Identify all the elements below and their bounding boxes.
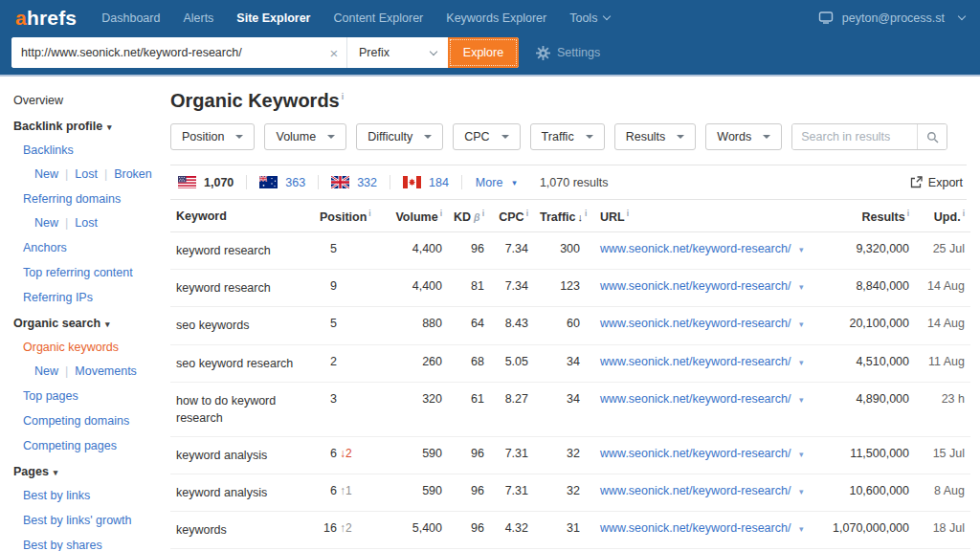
col-header-cpc[interactable]: CPCi	[490, 200, 534, 232]
table-header-row: Keyword Positioni Volumei KDβi CPCi Traf…	[170, 200, 970, 232]
filter-button[interactable]: Position	[170, 123, 255, 150]
search-in-results-input[interactable]	[792, 124, 917, 149]
kd-cell: 64	[448, 307, 490, 344]
url-link[interactable]: www.seonick.net/keyword-research/ ▾	[600, 521, 803, 535]
kd-cell: 68	[448, 344, 490, 382]
search-button[interactable]	[917, 124, 947, 149]
cpc-cell: 7.31	[490, 474, 534, 512]
nav-item[interactable]: Site Explorer	[236, 11, 310, 25]
position-cell: 6↑1	[314, 474, 368, 512]
sidebar-item-lost[interactable]: Lost	[75, 216, 98, 230]
col-header-kd[interactable]: KDβi	[448, 200, 490, 232]
url-cell: www.seonick.net/keyword-research/ ▾	[586, 307, 815, 344]
sidebar-item-best-by-shares[interactable]: Best by shares	[0, 533, 163, 551]
country-tab-ca[interactable]: 184	[390, 176, 461, 189]
sidebar-item-competing-domains[interactable]: Competing domains	[0, 408, 163, 433]
position-cell: 5	[314, 232, 368, 270]
filter-button[interactable]: Traffic	[530, 123, 605, 150]
sidebar-item-new[interactable]: New	[34, 167, 58, 181]
sidebar-subgroup: New|Lost|Broken	[0, 163, 163, 187]
keywords-table: Keyword Positioni Volumei KDβi CPCi Traf…	[170, 200, 970, 551]
explore-button[interactable]: Explore	[448, 37, 519, 68]
url-cell: www.seonick.net/keyword-research/ ▾	[586, 512, 815, 549]
filter-button[interactable]: CPC	[453, 123, 520, 150]
sidebar-item-new[interactable]: New	[34, 364, 58, 378]
sidebar-item-organic-search[interactable]: Organic search▾	[0, 310, 163, 335]
url-cell: www.seonick.net/keyword-research/ ▾	[586, 232, 815, 270]
col-header-results[interactable]: Resultsi	[815, 200, 915, 232]
sidebar-item-top-pages[interactable]: Top pages	[0, 384, 163, 408]
nav-item[interactable]: Keywords Explorer	[446, 11, 546, 25]
export-icon	[910, 176, 923, 188]
mode-select[interactable]: Prefix	[346, 37, 448, 68]
kd-cell: 96	[448, 474, 490, 512]
sidebar-item-pages[interactable]: Pages▾	[0, 458, 163, 483]
sidebar-item-organic-keywords[interactable]: Organic keywords	[0, 335, 163, 360]
clear-icon[interactable]: ×	[322, 37, 346, 68]
col-header-url[interactable]: URLi	[586, 200, 815, 232]
country-tab-us[interactable]: 1,070	[174, 176, 246, 189]
url-link[interactable]: www.seonick.net/keyword-research/ ▾	[600, 279, 803, 293]
url-link[interactable]: www.seonick.net/keyword-research/ ▾	[600, 447, 803, 460]
settings-button[interactable]: Settings	[536, 46, 600, 60]
country-count: 363	[285, 176, 305, 189]
cpc-cell: 8.27	[490, 382, 534, 436]
nav-item[interactable]: Alerts	[183, 11, 213, 25]
sidebar-item-referring-domains[interactable]: Referring domains	[0, 187, 163, 211]
info-icon: i	[585, 209, 587, 218]
country-tab-au[interactable]: 363	[247, 176, 318, 189]
info-icon: i	[368, 209, 370, 218]
sidebar-item-lost[interactable]: Lost	[75, 167, 98, 181]
sidebar-item-top-referring-content[interactable]: Top referring content	[0, 260, 163, 285]
sidebar-item-new[interactable]: New	[34, 216, 58, 230]
position-cell: 3	[314, 382, 368, 436]
results-cell: 11,500,000	[815, 436, 915, 474]
ahrefs-logo[interactable]: ahrefs	[15, 7, 77, 30]
filters-row: Position Volume Difficulty CPC Traffic R…	[170, 123, 967, 150]
url-link[interactable]: www.seonick.net/keyword-research/ ▾	[600, 484, 803, 497]
volume-cell: 590	[368, 474, 448, 512]
col-header-position[interactable]: Positioni	[314, 200, 368, 232]
traffic-cell: 34	[534, 344, 586, 382]
sidebar-item-movements[interactable]: Movements	[75, 364, 137, 378]
sidebar-item-best-by-links-growth[interactable]: Best by links' growth	[0, 508, 163, 533]
country-tab-gb[interactable]: 332	[319, 176, 390, 189]
export-button[interactable]: Export	[906, 176, 967, 189]
nav-item[interactable]: Dashboard	[101, 11, 160, 25]
devices-icon[interactable]	[818, 11, 834, 24]
more-countries-button[interactable]: More ▾	[462, 176, 530, 189]
sidebar-item-best-by-links[interactable]: Best by links	[0, 483, 163, 508]
filter-button[interactable]: Results	[614, 123, 697, 150]
target-url-input[interactable]	[11, 37, 322, 68]
filter-button[interactable]: Words	[705, 123, 782, 150]
position-cell: 16↑2	[314, 512, 368, 549]
sidebar-item-backlink-profile[interactable]: Backlink profile▾	[0, 113, 163, 138]
sidebar-item-overview[interactable]: Overview	[0, 88, 163, 113]
sidebar-item-referring-ips[interactable]: Referring IPs	[0, 285, 163, 310]
chevron-down-icon: ▾	[799, 320, 804, 329]
sidebar-item-competing-pages[interactable]: Competing pages	[0, 433, 163, 458]
chevron-down-icon: ▾	[799, 450, 804, 459]
col-header-upd[interactable]: Upd.i	[915, 200, 970, 232]
user-menu[interactable]: peyton@process.st	[842, 11, 965, 25]
col-header-keyword[interactable]: Keyword	[170, 200, 314, 232]
url-link[interactable]: www.seonick.net/keyword-research/ ▾	[600, 392, 803, 406]
results-cell: 20,100,000	[815, 307, 915, 344]
chevron-down-icon: ▾	[105, 320, 110, 329]
col-header-traffic[interactable]: Traffic↓i	[534, 200, 586, 232]
url-link[interactable]: www.seonick.net/keyword-research/ ▾	[600, 317, 803, 330]
nav-item[interactable]: Tools	[569, 11, 610, 25]
url-link[interactable]: www.seonick.net/keyword-research/ ▾	[600, 242, 803, 255]
results-cell: 10,600,000	[815, 474, 915, 512]
country-count: 332	[357, 176, 377, 189]
sidebar-item-broken[interactable]: Broken	[114, 167, 152, 181]
filter-button[interactable]: Difficulty	[356, 123, 443, 150]
url-link[interactable]: www.seonick.net/keyword-research/ ▾	[600, 355, 803, 368]
col-header-volume[interactable]: Volumei	[368, 200, 448, 232]
sidebar-item-anchors[interactable]: Anchors	[0, 235, 163, 260]
cpc-cell: 4.32	[490, 512, 534, 549]
sidebar-item-backlinks[interactable]: Backlinks	[0, 138, 163, 163]
cpc-cell: 7.31	[490, 436, 534, 474]
filter-button[interactable]: Volume	[264, 123, 346, 150]
nav-item[interactable]: Content Explorer	[333, 11, 423, 25]
